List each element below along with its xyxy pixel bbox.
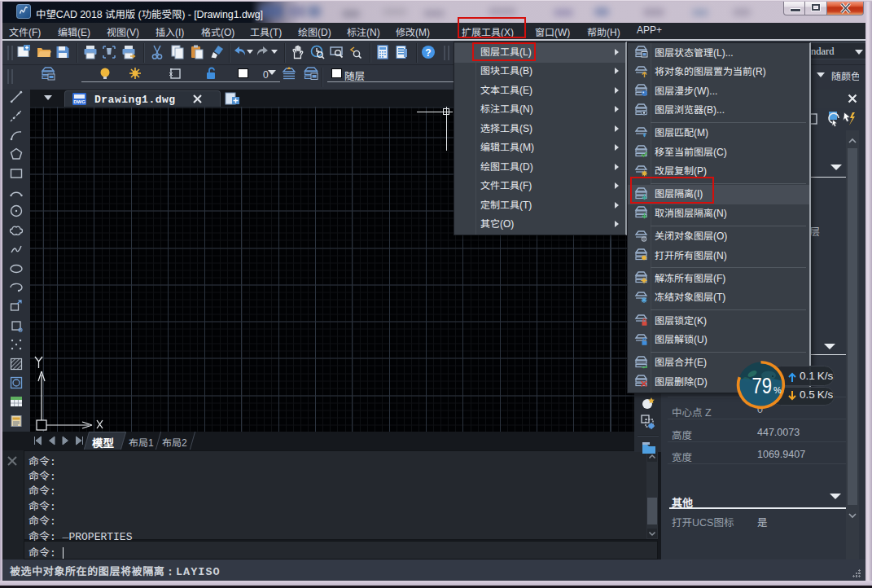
svg-text:DWG: DWG [73,99,85,104]
svg-text:?: ? [425,47,431,59]
svg-text:79: 79 [752,374,773,398]
svg-text:%: % [773,385,782,395]
